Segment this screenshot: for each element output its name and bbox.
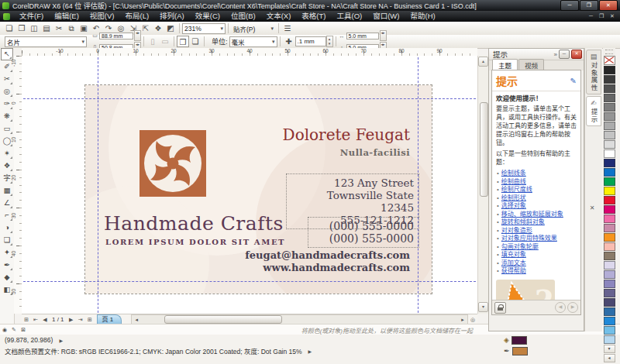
color-swatch[interactable] <box>604 159 615 167</box>
blend-tool-icon[interactable]: ◑ <box>1 221 13 234</box>
maximize-button[interactable]: ❐ <box>580 0 598 11</box>
color-swatch[interactable] <box>604 84 615 93</box>
copy-icon[interactable]: ⧉ <box>65 22 78 34</box>
polygon-tool-icon[interactable]: ✶ <box>1 147 13 160</box>
color-swatch[interactable] <box>604 298 615 307</box>
topic-link[interactable]: 对对象应用特殊效果 <box>501 235 557 243</box>
horizontal-scroll-thumb[interactable] <box>164 315 282 324</box>
menu-item[interactable]: 文件(F) <box>14 11 49 22</box>
topic-link[interactable]: 绘制线条 <box>501 170 526 178</box>
color-swatch[interactable] <box>604 196 615 204</box>
color-swatch[interactable] <box>604 233 615 242</box>
color-swatch[interactable] <box>604 242 615 251</box>
cut-icon[interactable]: ✂ <box>53 22 65 34</box>
color-swatch[interactable] <box>604 122 615 130</box>
business-card-page[interactable]: Handmade Crafts LOREM IPSUM DOLOR SIT AM… <box>85 85 432 294</box>
docker-chevron-icon[interactable]: » <box>554 51 557 58</box>
previous-page-icon[interactable]: ◀ <box>40 317 50 323</box>
guideline-vertical-left[interactable] <box>98 57 98 317</box>
topic-link[interactable]: 对对象造形 <box>501 227 532 235</box>
add-page-end-icon[interactable]: ⊞ <box>85 317 95 323</box>
scroll-down-icon[interactable]: ▾ <box>478 302 488 312</box>
color-swatch[interactable] <box>604 177 615 186</box>
color-swatch[interactable] <box>604 66 615 74</box>
topic-link[interactable]: 选择对象 <box>501 202 526 211</box>
status-expander-icon[interactable]: ▶ <box>308 349 312 354</box>
paste-icon[interactable]: ▣ <box>78 22 90 34</box>
palette-expand-icon[interactable]: ◂ <box>604 354 615 362</box>
last-page-icon[interactable]: ⇥ <box>76 317 85 323</box>
landscape-button[interactable]: ▭ <box>159 36 171 47</box>
menu-item[interactable]: 视图(V) <box>84 11 120 22</box>
color-swatch[interactable] <box>604 280 615 288</box>
company-tagline-text[interactable]: LOREM IPSUM DOLOR SIT AMET <box>105 238 285 246</box>
company-name-text[interactable]: Handmade Crafts <box>104 212 284 235</box>
color-swatch[interactable] <box>604 335 615 344</box>
basic-shapes-tool-icon[interactable]: ❖ <box>1 160 13 172</box>
lock-icon[interactable] <box>494 302 506 314</box>
no-color-swatch[interactable] <box>604 56 615 65</box>
duplicate-x-field[interactable]: 5.0 mm <box>346 33 379 39</box>
docker-strip-close-icon[interactable]: ✕ <box>587 204 597 211</box>
topic-link[interactable]: 勾画对象轮廓 <box>501 243 539 252</box>
application-launcher-icon[interactable]: ❖ <box>152 22 164 34</box>
menu-item[interactable]: 编辑(E) <box>49 11 84 22</box>
document-window-controls[interactable]: ─ ❐ ✕ <box>589 13 617 19</box>
scroll-left-icon[interactable]: ◂ <box>132 317 141 323</box>
hints-help-icon[interactable]: ✎ <box>570 77 577 85</box>
docker-side-tab[interactable]: ✍ 提示 <box>586 96 601 126</box>
new-document-icon[interactable]: ❏ <box>3 22 16 34</box>
outline-pen-tool-icon[interactable]: ✒ <box>1 259 13 271</box>
scroll-up-icon[interactable]: ▴ <box>478 57 488 67</box>
options-icon[interactable]: ☰ <box>281 22 294 34</box>
color-swatch[interactable] <box>604 307 615 316</box>
color-swatch[interactable] <box>604 187 615 195</box>
open-icon[interactable]: ❐ <box>16 22 28 34</box>
menu-item[interactable]: 窗口(W) <box>367 11 405 22</box>
page-indicator[interactable]: 1 / 1 <box>52 316 64 323</box>
table-tool-icon[interactable]: ▦ <box>1 184 13 197</box>
crop-tool-icon[interactable]: ✂ <box>1 73 13 85</box>
page-width-field[interactable]: 88.9 mm <box>99 33 133 39</box>
topic-link[interactable]: 填充对象 <box>501 251 526 259</box>
guideline-horizontal-bottom[interactable] <box>23 281 476 282</box>
docker-side-tab[interactable]: ▤ 对象属性 <box>586 50 601 94</box>
color-swatch[interactable] <box>604 75 615 84</box>
color-swatch[interactable] <box>604 149 615 158</box>
page-size-preset-dropdown[interactable]: 名片 <box>5 36 87 47</box>
outline-color-indicator[interactable]: ✒ <box>504 347 528 355</box>
docker-close-icon[interactable]: ✕ <box>571 50 582 59</box>
menu-item[interactable]: 工具(O) <box>331 11 367 22</box>
docker-minimize-icon[interactable]: ─ <box>559 50 570 59</box>
color-swatch[interactable] <box>604 112 615 121</box>
color-swatch[interactable] <box>604 224 615 232</box>
color-swatch[interactable] <box>604 252 615 260</box>
menu-item[interactable]: 排列(A) <box>154 11 190 22</box>
phone-placeholder-box[interactable]: (000) 555-0000(000) 555-0000 <box>308 217 419 248</box>
topic-link[interactable]: 添加文本 <box>501 259 526 268</box>
current-page-button[interactable]: ❏ <box>189 36 202 47</box>
pan-zoom-icon[interactable]: ◎ <box>468 317 477 323</box>
print-icon[interactable]: ▤ <box>40 22 53 34</box>
person-title-text[interactable]: Nulla-facilisi <box>340 147 410 158</box>
scroll-right-icon[interactable]: ▸ <box>458 317 467 323</box>
pick-tool-icon[interactable]: ↖ <box>1 48 13 60</box>
color-swatch[interactable] <box>604 317 615 325</box>
welcome-screen-icon[interactable]: ◩ <box>164 22 177 34</box>
menu-item[interactable]: 帮助(H) <box>405 11 440 22</box>
color-swatch[interactable] <box>604 131 615 139</box>
export-icon[interactable]: ⇱ <box>140 22 152 34</box>
guideline-vertical-right[interactable] <box>418 57 418 317</box>
topic-link[interactable]: 绘制尺度线 <box>501 186 532 194</box>
vertical-scroll-thumb[interactable] <box>480 102 488 197</box>
palette-grip[interactable] <box>605 50 613 54</box>
tab-topics[interactable]: 主题 <box>492 59 518 70</box>
color-swatch[interactable] <box>604 326 615 335</box>
all-pages-button[interactable]: ❐ <box>177 36 189 47</box>
topic-link[interactable]: 绘制曲线 <box>501 178 526 187</box>
topic-link[interactable]: 移动、缩放和延展对象 <box>501 211 563 219</box>
status-expander-icon[interactable]: ▶ <box>59 338 63 343</box>
menu-item[interactable]: 效果(C) <box>190 11 226 22</box>
palette-scroll-down-icon[interactable]: ▾ <box>604 345 615 353</box>
color-swatch[interactable] <box>604 261 615 270</box>
